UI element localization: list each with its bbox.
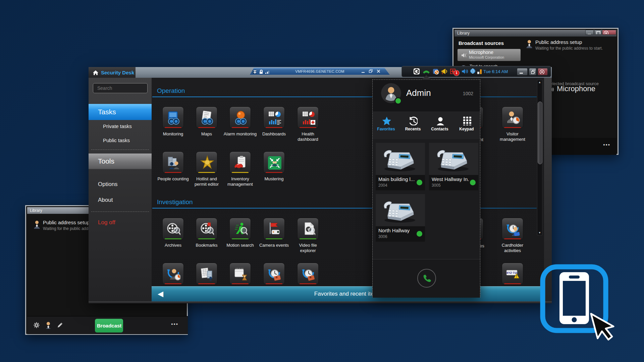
broadcast-sources-header: Broadcast sources [459, 40, 504, 46]
sidebar-divider [91, 212, 149, 212]
task-hotlist-permit-editor[interactable]: Hotlist and permit editor [190, 152, 223, 187]
dashboards-icon [267, 110, 281, 125]
task-monitoring[interactable]: Monitoring [156, 107, 190, 137]
close-circle-icon[interactable] [602, 30, 616, 35]
task-tile[interactable] [291, 263, 325, 285]
alert-count-badge: 1 [454, 70, 459, 76]
alarm-monitoring-icon [233, 110, 248, 125]
task-license-plate[interactable]: XYZ·711! [496, 263, 529, 285]
pa-setup-title[interactable]: Public address setup [43, 220, 90, 225]
sidebar-item-about[interactable]: About [98, 197, 148, 205]
task-tile[interactable] [156, 263, 190, 285]
loudspeaker-icon[interactable] [441, 68, 448, 75]
tab-favorites[interactable]: Favorites [373, 111, 399, 139]
globe-icon[interactable] [470, 68, 476, 75]
favorite-west-hallway[interactable]: West Hallway In... 3005 [429, 143, 478, 190]
edit-pencil-icon[interactable] [57, 322, 63, 328]
sidebar-item-tasks[interactable]: Tasks [89, 104, 152, 120]
close-x-icon[interactable] [376, 69, 381, 74]
audio-meter-icon[interactable] [477, 68, 482, 75]
task-tile[interactable] [190, 263, 223, 285]
hotlist-permit-icon [199, 155, 214, 170]
favorite-main-building[interactable]: Main building l... 2004 [376, 143, 425, 190]
minimize-icon[interactable] [585, 30, 594, 35]
scroll-up-icon[interactable]: ▲ [537, 81, 542, 84]
sidebar-item-public-tasks[interactable]: Public tasks [103, 137, 150, 145]
task-dashboards[interactable]: Dashboards [257, 107, 291, 137]
min-glyph-icon[interactable] [361, 69, 366, 74]
status-dot [417, 180, 422, 185]
inventory-management-icon [233, 155, 248, 170]
desk-phone-icon [376, 143, 425, 175]
intercom-popup: Admin 1002 Favorites Recents Contacts Ke… [372, 79, 480, 297]
task-video-file-explorer[interactable]: Video file explorer [291, 218, 325, 253]
task-cardholder-activities[interactable]: Cardholder activities [496, 218, 529, 253]
task-label-partial: es [480, 243, 484, 248]
task-camera-events[interactable]: Camera events [257, 218, 291, 248]
more-button[interactable]: ••• [603, 142, 610, 147]
task-motion-search[interactable]: Motion search [223, 218, 257, 248]
task-bookmarks[interactable]: Bookmarks [190, 218, 223, 248]
speaker-icon[interactable] [461, 68, 469, 75]
health-dashboard-icon [301, 110, 315, 125]
status-dot [470, 180, 476, 185]
task-people-counting[interactable]: People counting [156, 152, 190, 182]
task-tile[interactable] [257, 263, 291, 285]
favorite-name: North Hallway [378, 228, 416, 233]
task-label: Cardholder activities [496, 243, 529, 253]
source-item-microphone[interactable]: Microphone Microsoft Corporation [458, 49, 521, 61]
section-title-investigation: Investigation [157, 198, 193, 206]
task-visitor-management[interactable]: Visitor management [496, 107, 529, 142]
task-mustering[interactable]: Mustering [257, 152, 291, 182]
security-desk-tab[interactable]: Security Desk [89, 67, 136, 78]
vertical-scrollbar[interactable]: ▲ ▼ [537, 80, 542, 235]
close-circle-icon[interactable] [538, 68, 548, 75]
broadcast-button[interactable]: Broadcast [95, 319, 123, 333]
sidebar-item-options[interactable]: Options [98, 181, 148, 189]
license-plate-icon: XYZ·711! [505, 266, 520, 281]
pa-setup-status: Waiting for the public address to start. [535, 46, 603, 51]
more-button[interactable]: ••• [171, 321, 178, 327]
popup-user-header: Admin 1002 [373, 80, 480, 111]
sidebar-item-private-tasks[interactable]: Private tasks [103, 123, 150, 131]
genetec-logo-icon[interactable] [413, 68, 421, 75]
home-icon [93, 70, 98, 75]
scrollbar-thumb[interactable] [538, 102, 542, 164]
sidebar-item-tools[interactable]: Tools [89, 154, 152, 170]
task-maps[interactable]: Maps [190, 107, 223, 137]
tab-recents[interactable]: Recents [399, 111, 426, 139]
call-phone-icon[interactable] [417, 269, 436, 288]
search-input[interactable] [93, 83, 148, 93]
favorite-number: 3006 [378, 234, 387, 239]
rdp-connection-bar[interactable]: VMFR4696.GENETEC.COM [250, 68, 390, 75]
restore-glyph-icon[interactable] [368, 69, 373, 74]
visit-details-icon [166, 266, 180, 281]
tab-keypad[interactable]: Keypad [453, 111, 480, 139]
task-health-dashboard[interactable]: Health dashboard [291, 107, 325, 142]
task-label: Visitor management [496, 131, 529, 142]
speaker-gray-icon [461, 52, 466, 58]
favorites-bar[interactable]: ◀ Favorites and recent items [152, 286, 544, 301]
task-label: Mustering [257, 176, 291, 182]
settings-gear-icon[interactable] [33, 322, 40, 328]
task-inventory-management[interactable]: Inventory management [223, 152, 257, 187]
restore-icon[interactable] [529, 68, 536, 75]
person-icon [526, 40, 533, 48]
phone-handset-icon[interactable] [422, 68, 431, 75]
person-icon[interactable] [45, 321, 52, 329]
star-icon [381, 116, 391, 125]
task-archives[interactable]: Archives [156, 218, 190, 248]
camera-events-icon [267, 221, 281, 236]
threat-level-icon[interactable] [433, 68, 439, 75]
task-tile[interactable] [223, 263, 257, 285]
maximize-icon[interactable] [594, 30, 601, 35]
task-alarm-monitoring[interactable]: Alarm monitoring [223, 107, 257, 137]
desktop: Library Public address setup Waiting for… [0, 0, 644, 362]
scroll-down-icon[interactable]: ▼ [537, 231, 542, 234]
visitor-management-icon [505, 110, 520, 125]
recents-icon [408, 116, 418, 125]
minimize-icon[interactable] [517, 68, 528, 75]
favorite-north-hallway[interactable]: North Hallway 3006 [376, 194, 425, 242]
tab-contacts[interactable]: Contacts [426, 111, 453, 139]
sidebar-item-logoff[interactable]: Log off [98, 219, 148, 227]
